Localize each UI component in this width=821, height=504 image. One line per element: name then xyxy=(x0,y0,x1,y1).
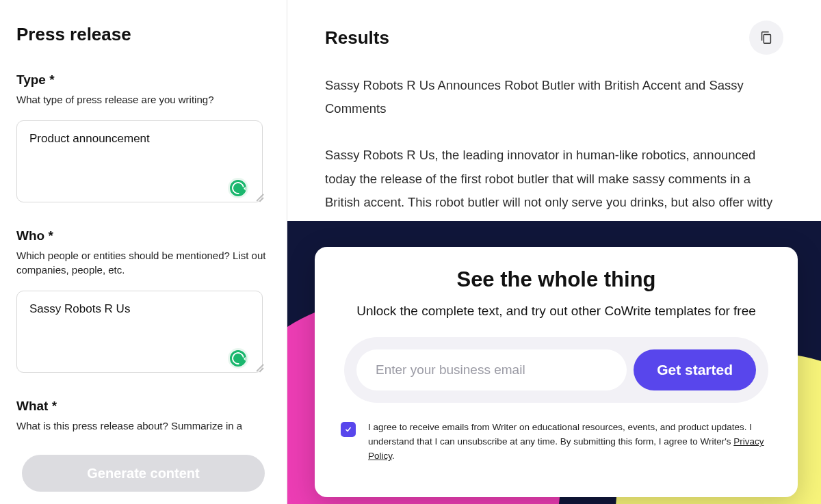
get-started-button[interactable]: Get started xyxy=(634,349,756,390)
email-row: Get started xyxy=(344,337,768,403)
email-input[interactable] xyxy=(356,349,627,390)
consent-text: I agree to receive emails from Writer on… xyxy=(368,421,772,464)
type-input[interactable] xyxy=(16,120,263,202)
check-icon xyxy=(344,425,352,434)
field-type-input-wrap xyxy=(16,120,270,205)
copy-button[interactable] xyxy=(749,21,783,55)
grammarly-icon xyxy=(228,348,248,369)
field-what: What * What is this press release about?… xyxy=(16,399,270,433)
field-who-input-wrap xyxy=(16,291,270,375)
svg-rect-0 xyxy=(764,34,770,43)
form-footer: Generate content xyxy=(0,429,287,504)
consent-checkbox[interactable] xyxy=(341,422,356,437)
results-panel: Results Sassy Robots R Us Announces Robo… xyxy=(287,0,821,504)
results-title: Results xyxy=(325,27,749,49)
copy-icon xyxy=(759,30,774,45)
field-who: Who * Which people or entities should be… xyxy=(16,228,270,375)
page-title: Press release xyxy=(16,24,270,45)
field-who-help: Which people or entities should be menti… xyxy=(16,248,270,277)
generate-content-button[interactable]: Generate content xyxy=(22,455,265,492)
field-type-help: What type of press release are you writi… xyxy=(16,92,270,107)
results-header: Results xyxy=(287,0,821,55)
signup-title: See the whole thing xyxy=(456,267,655,292)
field-type-label: Type * xyxy=(16,72,270,88)
consent-copy: I agree to receive emails from Writer on… xyxy=(368,422,752,447)
result-paragraph: Sassy Robots R Us Announces Robot Butler… xyxy=(325,74,783,120)
signup-overlay: See the whole thing Unlock the complete … xyxy=(287,221,821,504)
consent-row: I agree to receive emails from Writer on… xyxy=(341,421,772,464)
signup-card: See the whole thing Unlock the complete … xyxy=(315,247,798,497)
who-input[interactable] xyxy=(16,291,263,373)
field-who-label: Who * xyxy=(16,228,270,243)
field-type: Type * What type of press release are yo… xyxy=(16,72,270,205)
grammarly-icon xyxy=(228,178,248,198)
signup-subtitle: Unlock the complete text, and try out ot… xyxy=(356,300,756,322)
form-panel: Press release Type * What type of press … xyxy=(0,0,287,504)
field-what-label: What * xyxy=(16,399,270,414)
